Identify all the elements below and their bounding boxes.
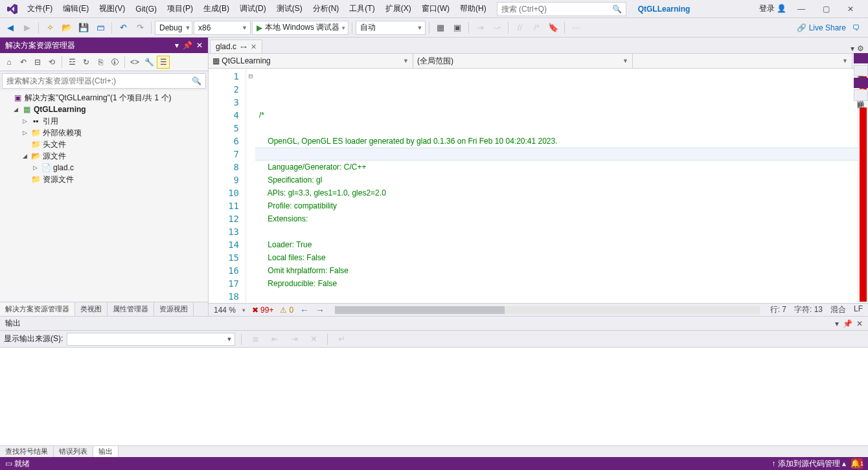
output-body[interactable] xyxy=(0,348,868,445)
solution-search-input[interactable] xyxy=(6,76,192,85)
redo-icon[interactable]: ↷ xyxy=(132,20,148,36)
menu-test[interactable]: 测试(S) xyxy=(271,1,308,17)
nav-next-icon[interactable]: → xyxy=(315,305,325,315)
line-ending[interactable]: LF xyxy=(854,304,863,315)
tree-references[interactable]: ▷▪▪ 引用 xyxy=(0,115,208,127)
menu-help[interactable]: 帮助(H) xyxy=(455,1,492,17)
menu-project[interactable]: 项目(P) xyxy=(162,1,198,17)
uncomment-icon[interactable]: /* xyxy=(529,20,544,36)
output-close-icon[interactable]: ✕ xyxy=(856,319,863,328)
tab-class-view[interactable]: 类视图 xyxy=(75,302,108,316)
menu-window[interactable]: 窗口(W) xyxy=(417,1,455,17)
context-scope-combo[interactable]: (全局范围)▼ xyxy=(413,54,633,68)
menu-edit[interactable]: 编辑(E) xyxy=(58,1,94,17)
tab-property-manager[interactable]: 属性管理器 xyxy=(108,302,154,316)
code-content[interactable]: /* OpenGL, OpenGL ES loader generated by… xyxy=(255,69,858,303)
open-file-icon[interactable]: 📂 xyxy=(59,20,74,36)
se-refresh-icon[interactable]: ↻ xyxy=(80,56,93,69)
out-icon-3[interactable]: ⇥ xyxy=(286,331,302,347)
notification-icon[interactable]: 🔔1 xyxy=(851,458,863,469)
step-over-icon[interactable]: ⤻ xyxy=(489,20,505,36)
nav-prev-icon[interactable]: ← xyxy=(300,305,309,315)
close-tab-icon[interactable]: ✕ xyxy=(251,43,257,51)
vtab-server-explorer[interactable]: 服务器资源管理器 xyxy=(854,53,868,63)
new-project-icon[interactable]: ✧ xyxy=(42,20,58,36)
se-code-icon[interactable]: <> xyxy=(128,56,141,69)
se-showall-icon[interactable]: ☲ xyxy=(65,56,78,69)
fold-gutter[interactable]: ⊟ xyxy=(246,69,255,303)
se-sync-icon[interactable]: ⟲ xyxy=(45,56,58,69)
config-combo[interactable]: Debug▼ xyxy=(155,21,192,35)
platform-combo[interactable]: x86▼ xyxy=(194,21,251,35)
panel-dropdown-icon[interactable]: ▾ xyxy=(175,41,179,50)
tab-find-symbol[interactable]: 查找符号结果 xyxy=(0,446,54,457)
output-pin-icon[interactable]: 📌 xyxy=(843,319,852,328)
menu-extensions[interactable]: 扩展(X) xyxy=(380,1,417,17)
nav-back-icon[interactable]: ◀ xyxy=(3,20,18,36)
panel-pin-icon[interactable]: 📌 xyxy=(183,41,192,50)
editor-tab-glad[interactable]: glad.c ⊶ ✕ xyxy=(210,39,262,53)
indent-mode[interactable]: 混合 xyxy=(830,304,846,315)
live-share-button[interactable]: 🔗 Live Share xyxy=(797,23,846,32)
out-icon-1[interactable]: ≣ xyxy=(247,331,263,347)
zoom-level[interactable]: 144 % xyxy=(214,306,236,315)
save-all-icon[interactable]: 🗃 xyxy=(93,20,108,36)
tree-resources[interactable]: 📁 资源文件 xyxy=(0,173,208,185)
context-project-combo[interactable]: ▦ QtGLLearning▼ xyxy=(209,54,413,68)
tree-file-glad[interactable]: ▷📄 glad.c xyxy=(0,162,208,173)
global-search[interactable]: 🔍 xyxy=(497,2,626,16)
tab-resource-view[interactable]: 资源视图 xyxy=(154,302,194,316)
output-source-combo[interactable]: ▼ xyxy=(67,333,235,346)
tb-misc-icon[interactable]: ⋯ xyxy=(568,20,584,36)
editor-dropdown-icon[interactable]: ▾ xyxy=(851,44,854,53)
vtab-properties[interactable]: 属性 xyxy=(854,78,868,88)
horizontal-scrollbar[interactable] xyxy=(335,306,760,314)
tab-output[interactable]: 输出 xyxy=(93,446,119,457)
se-collapse-icon[interactable]: ⊟ xyxy=(31,56,44,69)
global-search-input[interactable] xyxy=(501,5,612,14)
se-back-icon[interactable]: ↶ xyxy=(17,56,30,69)
save-icon[interactable]: 💾 xyxy=(76,20,91,36)
tree-external-deps[interactable]: ▷📁 外部依赖项 xyxy=(0,127,208,139)
vtab-toolbox[interactable]: 工具箱 xyxy=(854,65,868,76)
maximize-button[interactable]: ▢ xyxy=(816,2,836,16)
output-dropdown-icon[interactable]: ▾ xyxy=(835,319,839,328)
tab-solution-explorer[interactable]: 解决方案资源管理器 xyxy=(0,302,75,316)
feedback-icon[interactable]: 🗨 xyxy=(852,23,860,32)
comment-icon[interactable]: // xyxy=(512,20,527,36)
tree-headers[interactable]: 📁 头文件 xyxy=(0,139,208,150)
menu-tools[interactable]: 工具(T) xyxy=(344,1,380,17)
se-home-icon[interactable]: ⌂ xyxy=(3,56,16,69)
pin-icon[interactable]: ⊶ xyxy=(240,43,247,50)
solution-tree[interactable]: ▣ 解决方案"QtGLLearning"(1 个项目/共 1 个) ◢▦ QtG… xyxy=(0,91,208,302)
tb-icon-1[interactable]: ▦ xyxy=(433,20,448,36)
tree-solution-root[interactable]: ▣ 解决方案"QtGLLearning"(1 个项目/共 1 个) xyxy=(0,92,208,104)
menu-debug[interactable]: 调试(D) xyxy=(234,1,271,17)
tree-sources[interactable]: ◢📂 源文件 xyxy=(0,150,208,162)
add-to-scm[interactable]: ↑ 添加到源代码管理 ▴ xyxy=(771,458,846,469)
se-wrench-icon[interactable]: 🔧 xyxy=(143,56,155,69)
warning-count[interactable]: ⚠ 0 xyxy=(280,306,293,315)
undo-icon[interactable]: ↶ xyxy=(115,20,131,36)
menu-view[interactable]: 视图(V) xyxy=(94,1,130,17)
solution-search[interactable]: 🔍 xyxy=(2,73,206,89)
tab-error-list[interactable]: 错误列表 xyxy=(54,446,93,457)
nav-forward-icon[interactable]: ▶ xyxy=(19,20,35,36)
run-button[interactable]: ▶本地 Windows 调试器▾ xyxy=(252,21,348,35)
editor-settings-icon[interactable]: ⚙ xyxy=(857,44,864,53)
out-clear-icon[interactable]: ✕ xyxy=(306,331,321,347)
login-button[interactable]: 登录 👤 xyxy=(759,3,786,14)
context-member-combo[interactable]: ▼ xyxy=(633,54,852,68)
overview-ruler[interactable] xyxy=(858,69,868,303)
menu-file[interactable]: 文件(F) xyxy=(22,1,58,17)
auto-combo[interactable]: 自动▼ xyxy=(356,21,426,35)
error-count[interactable]: ✖ 99+ xyxy=(252,306,273,315)
out-icon-2[interactable]: ⇤ xyxy=(267,331,282,347)
menu-build[interactable]: 生成(B) xyxy=(198,1,234,17)
step-into-icon[interactable]: ⇥ xyxy=(472,20,488,36)
minimize-button[interactable]: — xyxy=(792,2,811,16)
panel-close-icon[interactable]: ✕ xyxy=(196,41,203,50)
se-filter-icon[interactable]: ☰ xyxy=(157,56,170,69)
menu-git[interactable]: Git(G) xyxy=(130,2,162,16)
se-prop-icon[interactable]: 🛈 xyxy=(108,56,121,69)
